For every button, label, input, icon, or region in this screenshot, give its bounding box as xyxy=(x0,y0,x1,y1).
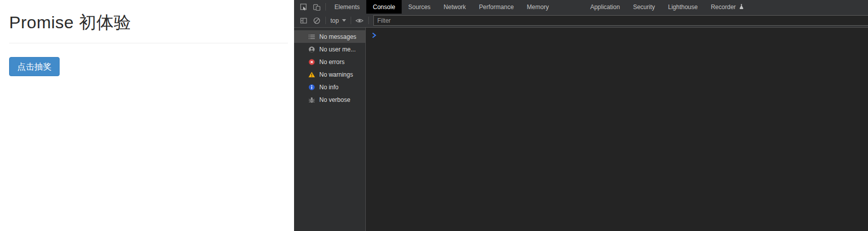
tab-lighthouse[interactable]: Lighthouse xyxy=(661,0,704,14)
sidebar-item-messages[interactable]: No messages xyxy=(294,30,365,43)
tab-network[interactable]: Network xyxy=(437,0,472,14)
sidebar-item-verbose[interactable]: No verbose xyxy=(294,93,365,106)
screen: Promise 初体验 点击抽奖 Elements Console So xyxy=(0,0,868,231)
flask-experimental-icon xyxy=(739,4,744,10)
tab-console[interactable]: Console xyxy=(366,0,402,14)
console-prompt-icon[interactable] xyxy=(372,32,376,38)
toolbar-divider xyxy=(325,17,326,24)
page-title: Promise 初体验 xyxy=(9,11,294,34)
user-message-icon xyxy=(308,46,315,53)
list-icon xyxy=(308,33,315,40)
sidebar-item-info[interactable]: No info xyxy=(294,81,365,93)
tab-elements[interactable]: Elements xyxy=(328,0,366,14)
warning-icon xyxy=(308,71,315,78)
chevron-down-icon xyxy=(342,19,346,22)
error-icon xyxy=(308,59,315,66)
tab-performance[interactable]: Performance xyxy=(472,0,520,14)
device-toolbar-icon[interactable] xyxy=(310,1,323,14)
inspect-icon[interactable] xyxy=(297,1,310,14)
toolbar-divider xyxy=(325,3,326,11)
tab-memory[interactable]: Memory xyxy=(520,0,555,14)
devtools-panel: Elements Console Sources Network Perform… xyxy=(294,0,868,231)
sidebar-item-warnings[interactable]: No warnings xyxy=(294,68,365,81)
verbose-icon xyxy=(308,96,315,103)
console-content: No messages No user me... xyxy=(294,28,868,231)
tab-sources[interactable]: Sources xyxy=(402,0,437,14)
sidebar-item-errors[interactable]: No errors xyxy=(294,55,365,68)
heading-divider xyxy=(9,43,288,43)
eye-icon[interactable] xyxy=(353,14,366,27)
filter-input[interactable] xyxy=(373,15,868,26)
clear-console-icon[interactable] xyxy=(310,14,323,27)
context-value: top xyxy=(330,17,339,24)
info-icon xyxy=(308,84,315,91)
tab-security[interactable]: Security xyxy=(626,0,661,14)
console-output[interactable] xyxy=(366,28,868,231)
tab-recorder[interactable]: Recorder xyxy=(704,0,751,14)
lottery-button[interactable]: 点击抽奖 xyxy=(9,57,60,76)
tab-application[interactable]: Application xyxy=(584,0,626,14)
webpage-viewport: Promise 初体验 点击抽奖 xyxy=(0,0,294,231)
javascript-context-selector[interactable]: top xyxy=(328,17,349,24)
devtools-tabbar: Elements Console Sources Network Perform… xyxy=(294,0,868,14)
toolbar-divider xyxy=(351,17,351,24)
dock-side-icon[interactable] xyxy=(297,14,310,27)
console-toolbar: top xyxy=(294,14,868,28)
sidebar-item-user-messages[interactable]: No user me... xyxy=(294,43,365,55)
console-sidebar: No messages No user me... xyxy=(294,28,366,231)
toolbar-divider xyxy=(368,17,369,24)
